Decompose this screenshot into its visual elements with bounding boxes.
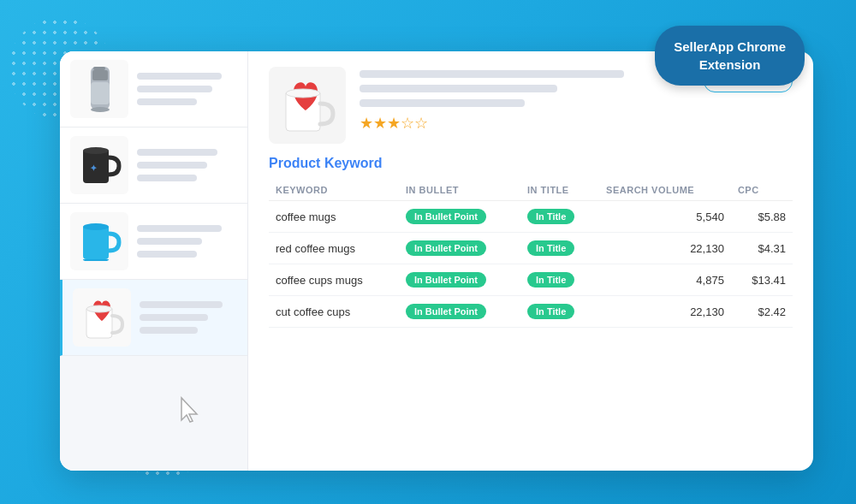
in-bullet-badge: In Bullet Point [406, 209, 486, 224]
table-row: cut coffee cups In Bullet Point In Title… [269, 296, 793, 328]
list-item[interactable] [60, 280, 247, 356]
cell-cpc: $2.42 [731, 296, 793, 328]
cell-in-bullet: In Bullet Point [399, 264, 520, 296]
cell-search-volume: 22,130 [599, 233, 731, 264]
product-info-lines [128, 149, 237, 181]
table-row: red coffee mugs In Bullet Point In Title… [269, 233, 793, 264]
svg-point-8 [86, 305, 112, 312]
svg-point-5 [83, 147, 109, 154]
thermos-icon [79, 63, 120, 115]
cell-keyword: red coffee mugs [269, 233, 399, 264]
product-thumbnail [70, 60, 128, 118]
col-header-in-title: IN TITLE [520, 180, 599, 201]
in-title-badge: In Title [527, 272, 574, 288]
cell-in-title: In Title [520, 296, 599, 328]
blue-mug-icon [76, 220, 123, 263]
svg-point-4 [91, 107, 110, 112]
in-bullet-badge: In Bullet Point [406, 272, 486, 288]
cell-in-title: In Title [520, 201, 599, 233]
table-row: coffee cups mugs In Bullet Point In Titl… [269, 264, 793, 296]
extension-bubble: SellerApp ChromeExtension [655, 26, 805, 86]
cell-cpc: $5.88 [731, 201, 793, 233]
col-header-keyword: KEYWORD [269, 180, 399, 201]
in-bullet-badge: In Bullet Point [406, 304, 486, 319]
svg-rect-2 [91, 82, 110, 104]
product-info-lines [128, 73, 237, 105]
extension-bubble-text: SellerApp ChromeExtension [674, 39, 786, 72]
in-title-badge: In Title [527, 304, 574, 319]
cell-cpc: $4.31 [731, 233, 793, 264]
list-item[interactable] [60, 204, 247, 280]
black-mug-icon: ✦ [76, 144, 123, 187]
cell-search-volume: 22,130 [599, 296, 731, 328]
main-card: ✦ [60, 51, 813, 471]
cell-keyword: coffee mugs [269, 201, 399, 233]
svg-rect-1 [92, 70, 108, 80]
section-title: Product Keyword [269, 156, 793, 171]
cursor-pointer [178, 396, 202, 429]
in-bullet-badge: In Bullet Point [406, 240, 486, 256]
svg-rect-3 [93, 67, 105, 70]
product-thumbnail [70, 212, 128, 270]
cell-in-title: In Title [520, 264, 599, 296]
list-item[interactable]: ✦ [60, 127, 247, 204]
svg-point-7 [83, 223, 109, 230]
cell-search-volume: 5,540 [599, 201, 731, 233]
cell-in-bullet: In Bullet Point [399, 201, 520, 233]
cell-in-bullet: In Bullet Point [399, 233, 520, 264]
product-info-block: ★★★☆☆ [360, 67, 690, 133]
cell-cpc: $13.41 [731, 264, 793, 296]
svg-marker-10 [181, 398, 197, 422]
red-heart-mug-icon [76, 292, 128, 343]
product-info-lines [131, 301, 237, 334]
col-header-in-bullet: IN BULLET [399, 180, 520, 201]
in-title-badge: In Title [527, 209, 574, 224]
cell-in-title: In Title [520, 233, 599, 264]
cell-keyword: cut coffee cups [269, 296, 399, 328]
cell-in-bullet: In Bullet Point [399, 296, 520, 328]
main-panel: ★★★☆☆ Track Product Product Keyword KEYW… [248, 51, 813, 471]
product-info-lines [128, 225, 237, 258]
svg-point-9 [286, 89, 320, 98]
product-sidebar: ✦ [60, 51, 248, 471]
main-red-heart-mug-icon [273, 71, 342, 139]
product-thumbnail [73, 288, 131, 347]
cursor-svg [178, 396, 202, 424]
list-item[interactable] [60, 51, 247, 127]
col-header-cpc: CPC [731, 180, 793, 201]
keyword-table: KEYWORD IN BULLET IN TITLE SEARCH VOLUME… [269, 180, 793, 328]
table-row: coffee mugs In Bullet Point In Title 5,5… [269, 201, 793, 233]
main-product-thumbnail [269, 67, 346, 144]
col-header-search-volume: SEARCH VOLUME [599, 180, 731, 201]
svg-text:✦: ✦ [90, 163, 98, 173]
cell-keyword: coffee cups mugs [269, 264, 399, 296]
in-title-badge: In Title [527, 240, 574, 256]
cell-search-volume: 4,875 [599, 264, 731, 296]
product-thumbnail: ✦ [70, 136, 128, 194]
star-rating: ★★★☆☆ [360, 115, 428, 132]
